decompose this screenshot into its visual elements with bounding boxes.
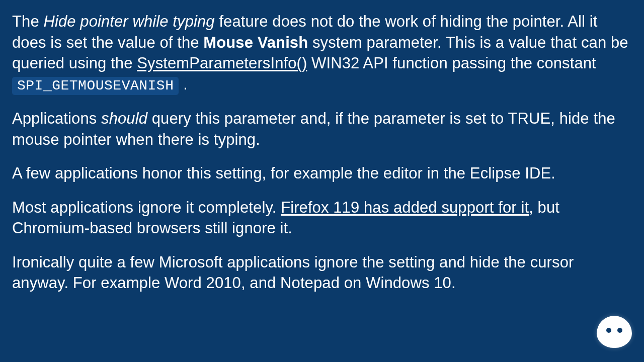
paragraph-5: Ironically quite a few Microsoft applica…	[12, 252, 630, 294]
p2-text-a: Applications	[12, 110, 101, 127]
avatar-eye-right	[617, 328, 622, 333]
avatar-eye-left	[606, 328, 611, 333]
paragraph-3: A few applications honor this setting, f…	[12, 163, 630, 184]
paragraph-4: Most applications ignore it completely. …	[12, 197, 630, 239]
paragraph-1: The Hide pointer while typing feature do…	[12, 11, 630, 95]
p1-text-d: WIN32 API function passing the constant	[307, 54, 596, 72]
spi-getmousevanish-code: SPI_GETMOUSEVANISH	[12, 77, 179, 95]
paragraph-2: Applications should query this parameter…	[12, 108, 630, 150]
p4-text-a: Most applications ignore it completely.	[12, 199, 281, 216]
feature-name: Hide pointer while typing	[43, 13, 214, 30]
system-parameters-info-link[interactable]: SystemParametersInfo()	[137, 54, 307, 72]
document-page: The Hide pointer while typing feature do…	[0, 0, 644, 362]
p1-text-a: The	[12, 13, 43, 30]
p3-text: A few applications honor this setting, f…	[12, 164, 555, 182]
p5-text: Ironically quite a few Microsoft applica…	[12, 253, 574, 292]
firefox-119-link[interactable]: Firefox 119 has added support for it	[281, 199, 529, 216]
p2-emphasis: should	[101, 110, 147, 127]
mouse-vanish-term: Mouse Vanish	[203, 34, 308, 51]
p1-text-e: .	[179, 75, 187, 93]
avatar-bubble-icon	[597, 316, 632, 348]
